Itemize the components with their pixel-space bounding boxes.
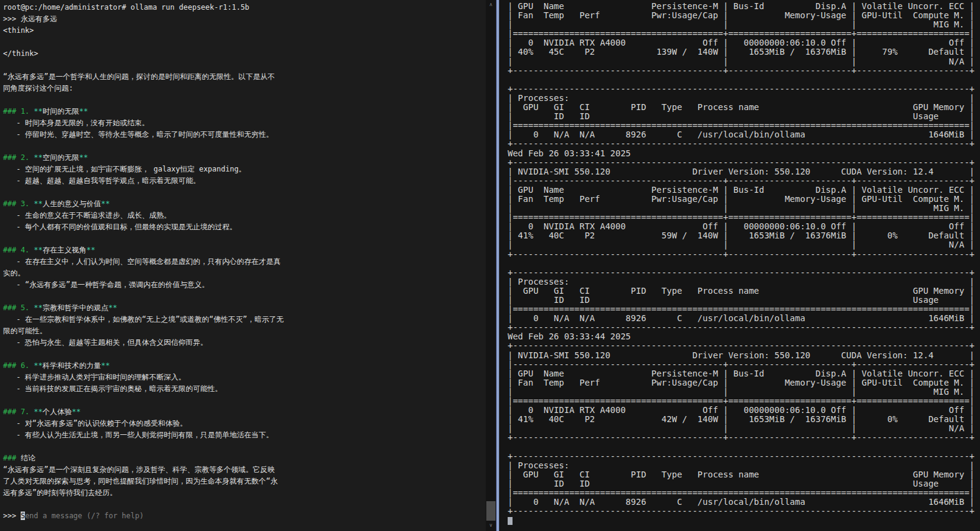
terminal-line: [3, 233, 486, 245]
terminal-line: - 在存在主义中，人们认为时间、空间等概念都是虚幻的，只有内心的存在才是真: [3, 256, 486, 268]
terminal-line: +---------------------------------------…: [508, 341, 980, 350]
nvidia-smi-terminal-pane[interactable]: | GPU Name Persistence-M | Bus-Id Disp.A…: [499, 0, 980, 531]
text-segment: <think>: [3, 26, 34, 35]
terminal-line: 远有多远”的时刻等待我们去经历。: [3, 487, 486, 499]
text-segment: - 恐怕与永生、超越等主题相关，但具体含义因信仰而异。: [3, 338, 208, 347]
terminal-line: [508, 443, 980, 452]
terminal-line: - 每个人都有不同的价值观和目标，但最终的实现是无止境的过程。: [3, 221, 486, 233]
text-segment: - 生命的意义在于不断追求进步、成长、成熟。: [3, 211, 171, 220]
ollama-prompt-line[interactable]: >>> Send a message (/? for help): [3, 510, 486, 522]
terminal-line: “永远有多远”是一个哲学和人生的问题，探讨的是时间和距离的无限性。以下是从不: [3, 71, 486, 83]
terminal-line: |=======================================…: [508, 121, 980, 130]
terminal-line: [3, 349, 486, 360]
text-segment: 实的。: [3, 269, 25, 277]
terminal-line: [3, 187, 486, 198]
terminal-line: | ID ID Usage |: [508, 296, 980, 305]
text-segment: **: [34, 246, 43, 254]
text-segment: ### 5.: [3, 304, 34, 312]
terminal-line: - 超越、超越、超越自我等哲学观点，暗示着无限可能。: [3, 175, 486, 187]
terminal-line: +---------------------------------------…: [508, 452, 980, 461]
terminal-line: | | | N/A |: [508, 57, 980, 66]
text-segment: >>>: [3, 512, 21, 520]
terminal-line: | 0 NVIDIA RTX A4000 Off | 00000000:06:1…: [508, 222, 980, 231]
text-segment: - 停留时光、穿越时空、等待永生等概念，暗示了时间的不可度量性和无穷性。: [3, 130, 273, 139]
terminal-line: [508, 516, 980, 525]
terminal-line: | GPU Name Persistence-M | Bus-Id Disp.A…: [508, 369, 980, 378]
terminal-line: ### 结论: [3, 453, 486, 464]
terminal-line: | | | N/A |: [508, 240, 980, 249]
ollama-terminal-pane[interactable]: root@pc:/home/administrator# ollama run …: [0, 0, 486, 531]
terminal-line: +---------------------------------------…: [508, 507, 980, 516]
terminal-line: +---------------------------------------…: [508, 433, 980, 442]
terminal-line: - 有些人认为生活无止境，而另一些人则觉得时间有限，只是简单地活在当下。: [3, 429, 486, 441]
terminal-line: | 0 N/A N/A 8926 C /usr/local/bin/ollama…: [508, 498, 980, 507]
text-segment: **: [34, 361, 43, 370]
terminal-line: | 41% 40C P2 59W / 140W | 1653MiB / 1637…: [508, 231, 980, 240]
terminal-line: ### 2. **空间的无限**: [3, 152, 486, 164]
terminal-line: <think>: [3, 25, 486, 36]
terminal-line: - “永远有多远”是一种哲学命题，强调内在的价值与意义。: [3, 279, 486, 291]
terminal-line: | Fan Temp Perf Pwr:Usage/Cap | Memory-U…: [508, 11, 980, 20]
text-segment: - 超越、超越、超越自我等哲学观点，暗示着无限可能。: [3, 176, 200, 185]
text-segment: 了人类对无限的探索与思考，同时也提醒我们珍惜时间，因为生命本身就有无数个“永: [3, 477, 278, 485]
text-segment: 远有多远”的时刻等待我们去经历。: [3, 488, 117, 497]
terminal-line: - 对“永远有多远”的认识依赖于个体的感受和体验。: [3, 418, 486, 429]
scroll-down-arrow-icon[interactable]: ∨: [486, 521, 496, 530]
text-segment: 结论: [21, 454, 35, 462]
terminal-line: - 恐怕与永生、超越等主题相关，但具体含义因信仰而异。: [3, 337, 486, 349]
text-segment: - 每个人都有不同的价值观和目标，但最终的实现是无止境的过程。: [3, 223, 237, 231]
left-terminal-scrollbar[interactable]: ∧ ∨: [486, 0, 496, 531]
scrollbar-thumb[interactable]: [486, 501, 495, 521]
terminal-line: - 停留时光、穿越时空、等待永生等概念，暗示了时间的不可度量性和无穷性。: [3, 129, 486, 141]
terminal-line: | 0 N/A N/A 8926 C /usr/local/bin/ollama…: [508, 130, 980, 139]
terminal-line: [3, 291, 486, 302]
text-segment: ### 1.: [3, 107, 34, 116]
text-segment: - 在一些宗教和哲学体系中，如佛教的“无上之境”或道教的“佛性不灭”，暗示了无: [3, 315, 284, 324]
terminal-line: Wed Feb 26 03:33:44 2025: [508, 332, 980, 341]
text-segment: 宗教和哲学中的观点: [43, 304, 108, 312]
terminal-line: +---------------------------------------…: [508, 139, 980, 148]
nvidia-smi-terminal-lines: | GPU Name Persistence-M | Bus-Id Disp.A…: [508, 2, 980, 525]
text-segment: ### 4.: [3, 246, 34, 254]
text-segment: **: [79, 107, 88, 116]
terminal-line: | 0 NVIDIA RTX A4000 Off | 00000000:06:1…: [508, 38, 980, 47]
text-segment: ###: [3, 454, 21, 462]
terminal-line: - 在一些宗教和哲学体系中，如佛教的“无上之境”或道教的“佛性不灭”，暗示了无: [3, 314, 486, 325]
terminal-line: </think>: [3, 48, 486, 60]
terminal-line: | NVIDIA-SMI 550.120 Driver Version: 550…: [508, 167, 980, 176]
text-segment: ### 7.: [3, 408, 34, 416]
text-segment: - 在存在主义中，人们认为时间、空间等概念都是虚幻的，只有内心的存在才是真: [3, 257, 281, 266]
text-segment: **: [108, 304, 117, 312]
text-segment: - 当前科技的发展正在揭示宇宙的奥秘，暗示着无限的可能性。: [3, 384, 222, 393]
text-segment: 空间的无限: [43, 153, 79, 162]
terminal-line: | | | MIG M. |: [508, 204, 980, 213]
terminal-line: 了人类对无限的探索与思考，同时也提醒我们珍惜时间，因为生命本身就有无数个“永: [3, 476, 486, 487]
terminal-line: | | | N/A |: [508, 424, 980, 433]
terminal-line: | Processes: |: [508, 461, 980, 470]
terminal-line: | Processes: |: [508, 94, 980, 103]
text-segment: **: [101, 361, 110, 370]
terminal-line: | GPU Name Persistence-M | Bus-Id Disp.A…: [508, 186, 980, 195]
text-segment: 限的可能性。: [3, 327, 47, 335]
terminal-line: “永远有多远”是一个深刻且复杂的问题，涉及哲学、科学、宗教等多个领域。它反映: [3, 464, 486, 476]
text-segment: root@pc:/home/administrator# ollama run …: [3, 3, 250, 12]
text-segment: - 科学进步推动人类对宇宙和时间的理解不断深入。: [3, 373, 186, 381]
split-terminal-screen: root@pc:/home/administrator# ollama run …: [0, 0, 980, 531]
terminal-line: Wed Feb 26 03:33:41 2025: [508, 149, 980, 158]
terminal-line: |=======================================…: [508, 397, 980, 406]
terminal-line: [3, 141, 486, 152]
text-segment: 存在主义视角: [43, 246, 86, 254]
terminal-line: | GPU GI CI PID Type Process name GPU Me…: [508, 103, 980, 112]
terminal-line: +---------------------------------------…: [508, 66, 980, 75]
terminal-line: | Fan Temp Perf Pwr:Usage/Cap | Memory-U…: [508, 378, 980, 387]
terminal-line: |=======================================…: [508, 305, 980, 314]
terminal-line: | 0 N/A N/A 8926 C /usr/local/bin/ollama…: [508, 314, 980, 323]
text-segment: - 有些人认为生活无止境，而另一些人则觉得时间有限，只是简单地活在当下。: [3, 431, 273, 439]
text-segment: ### 6.: [3, 361, 34, 370]
terminal-line: ### 3. **人生的意义与价值**: [3, 198, 486, 210]
terminal-line: | Fan Temp Perf Pwr:Usage/Cap | Memory-U…: [508, 195, 980, 204]
scroll-up-arrow-icon[interactable]: ∧: [486, 1, 496, 9]
text-segment: **: [34, 408, 43, 416]
terminal-line: root@pc:/home/administrator# ollama run …: [3, 2, 486, 13]
terminal-line: |=======================================…: [508, 488, 980, 498]
